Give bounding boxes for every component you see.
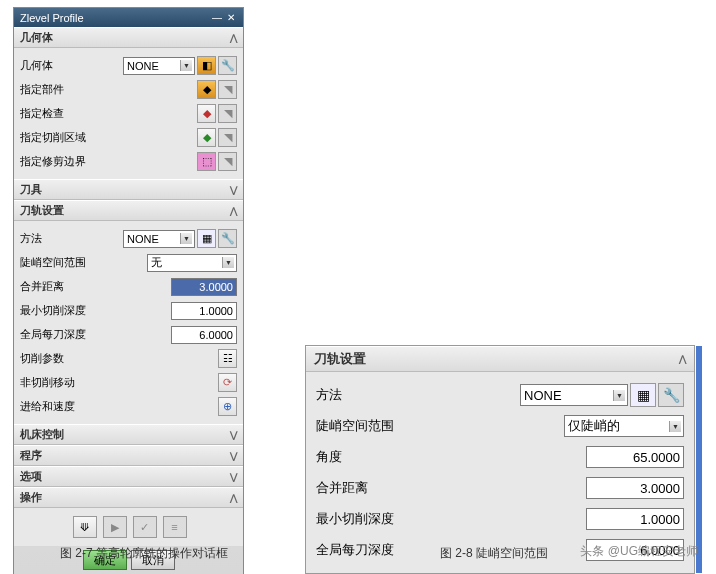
chevron-down-icon: ⋁	[230, 451, 237, 461]
trim-boundary-icon[interactable]: ⬚	[197, 152, 216, 171]
feed-row: 进给和速度 ⊕	[20, 396, 237, 417]
steep-row: 陡峭空间范围 仅陡峭的	[316, 412, 684, 440]
angle-field[interactable]: 65.0000	[586, 446, 684, 468]
cutparam-row: 切削参数 ☷	[20, 348, 237, 369]
method-edit-icon[interactable]: ▦	[197, 229, 216, 248]
feed-speed-icon[interactable]: ⊕	[218, 397, 237, 416]
section-option-header[interactable]: 选项 ⋁	[14, 466, 243, 487]
dialog-titlebar[interactable]: Zlevel Profile — ✕	[14, 8, 243, 27]
chevron-up-icon: ⋀	[230, 206, 237, 216]
steep-dropdown[interactable]: 无	[147, 254, 237, 272]
section-label: 刀轨设置	[20, 203, 64, 218]
replay-icon[interactable]: ▶	[103, 516, 127, 538]
section-label: 刀轨设置	[314, 350, 366, 368]
row-label: 陡峭空间范围	[20, 255, 147, 270]
row-label: 指定修剪边界	[20, 154, 195, 169]
panel2-header[interactable]: 刀轨设置 ⋀	[306, 346, 694, 372]
display-icon[interactable]: ◥	[218, 104, 237, 123]
row-label: 最小切削深度	[20, 303, 171, 318]
row-label: 进给和速度	[20, 399, 216, 414]
dialog-title: Zlevel Profile	[20, 12, 84, 24]
watermark-text: 头条 @UG编程安老师	[580, 543, 698, 560]
mindepth-row: 最小切削深度 1.0000	[20, 300, 237, 321]
generate-icon[interactable]: ⟱	[73, 516, 97, 538]
row-label: 指定部件	[20, 82, 195, 97]
caption-left: 图 2-7 等高轮廓铣的操作对话框	[60, 545, 228, 562]
caption-right: 图 2-8 陡峭空间范围	[440, 545, 548, 562]
cut-params-icon[interactable]: ☷	[218, 349, 237, 368]
chevron-up-icon: ⋀	[679, 354, 686, 364]
cutarea-row: 指定切削区域 ◆ ◥	[20, 127, 237, 148]
verify-icon[interactable]: ✓	[133, 516, 157, 538]
merge-row: 合并距离 3.0000	[316, 474, 684, 502]
mindepth-row: 最小切削深度 1.0000	[316, 505, 684, 533]
chevron-up-icon: ⋀	[230, 493, 237, 503]
row-label: 合并距离	[20, 279, 171, 294]
section-label: 操作	[20, 490, 42, 505]
list-icon[interactable]: ≡	[163, 516, 187, 538]
wrench-icon[interactable]: 🔧	[218, 229, 237, 248]
wrench-icon[interactable]: 🔧	[218, 56, 237, 75]
section-op-header[interactable]: 操作 ⋀	[14, 487, 243, 508]
section-label: 几何体	[20, 30, 53, 45]
window-controls: — ✕	[211, 12, 237, 24]
section-label: 刀具	[20, 182, 42, 197]
row-label: 指定检查	[20, 106, 195, 121]
global-row: 全局每刀深度 6.0000	[20, 324, 237, 345]
chevron-up-icon: ⋀	[230, 33, 237, 43]
row-label: 方法	[316, 386, 520, 404]
part-icon[interactable]: ◆	[197, 80, 216, 99]
steep-dropdown[interactable]: 仅陡峭的	[564, 415, 684, 437]
section-geometry-body: 几何体 NONE ◧ 🔧 指定部件 ◆ ◥ 指定检查 ◆ ◥ 指定切削区域 ◆ …	[14, 48, 243, 179]
wrench-icon[interactable]: 🔧	[658, 383, 684, 407]
method-edit-icon[interactable]: ▦	[630, 383, 656, 407]
row-label: 角度	[316, 448, 586, 466]
display-icon[interactable]: ◥	[218, 152, 237, 171]
chevron-down-icon: ⋁	[230, 185, 237, 195]
geometry-dropdown[interactable]: NONE	[123, 57, 195, 75]
section-geometry-header[interactable]: 几何体 ⋀	[14, 27, 243, 48]
display-icon[interactable]: ◥	[218, 80, 237, 99]
method-dropdown[interactable]: NONE	[123, 230, 195, 248]
row-label: 全局每刀深度	[20, 327, 171, 342]
section-program-header[interactable]: 程序 ⋁	[14, 445, 243, 466]
chevron-down-icon: ⋁	[230, 472, 237, 482]
merge-distance-field[interactable]: 3.0000	[171, 278, 237, 296]
check-icon[interactable]: ◆	[197, 104, 216, 123]
section-op-body: ⟱ ▶ ✓ ≡	[14, 508, 243, 546]
row-label: 切削参数	[20, 351, 216, 366]
section-label: 程序	[20, 448, 42, 463]
display-icon[interactable]: ◥	[218, 128, 237, 147]
select-geometry-icon[interactable]: ◧	[197, 56, 216, 75]
scrollbar-indicator[interactable]	[696, 346, 702, 573]
section-machine-header[interactable]: 机床控制 ⋁	[14, 424, 243, 445]
method-row: 方法 NONE ▦ 🔧	[316, 381, 684, 409]
min-cut-depth-field[interactable]: 1.0000	[586, 508, 684, 530]
merge-distance-field[interactable]: 3.0000	[586, 477, 684, 499]
row-label: 陡峭空间范围	[316, 417, 564, 435]
cut-area-icon[interactable]: ◆	[197, 128, 216, 147]
global-depth-field[interactable]: 6.0000	[171, 326, 237, 344]
check-row: 指定检查 ◆ ◥	[20, 103, 237, 124]
row-label: 合并距离	[316, 479, 586, 497]
section-path-header[interactable]: 刀轨设置 ⋀	[14, 200, 243, 221]
minimize-icon[interactable]: —	[211, 12, 223, 24]
section-path-body: 方法 NONE ▦ 🔧 陡峭空间范围 无 合并距离 3.0000 最小切削深度 …	[14, 221, 243, 424]
method-dropdown[interactable]: NONE	[520, 384, 628, 406]
steep-row: 陡峭空间范围 无	[20, 252, 237, 273]
chevron-down-icon: ⋁	[230, 430, 237, 440]
min-cut-depth-field[interactable]: 1.0000	[171, 302, 237, 320]
section-label: 选项	[20, 469, 42, 484]
row-label: 几何体	[20, 58, 123, 73]
section-tool-header[interactable]: 刀具 ⋁	[14, 179, 243, 200]
close-icon[interactable]: ✕	[225, 12, 237, 24]
noncut-moves-icon[interactable]: ⟳	[218, 373, 237, 392]
row-label: 指定切削区域	[20, 130, 195, 145]
noncut-row: 非切削移动 ⟳	[20, 372, 237, 393]
trim-row: 指定修剪边界 ⬚ ◥	[20, 151, 237, 172]
part-row: 指定部件 ◆ ◥	[20, 79, 237, 100]
angle-row: 角度 65.0000	[316, 443, 684, 471]
zlevel-profile-dialog: Zlevel Profile — ✕ 几何体 ⋀ 几何体 NONE ◧ 🔧 指定…	[13, 7, 244, 574]
geometry-row: 几何体 NONE ◧ 🔧	[20, 55, 237, 76]
merge-row: 合并距离 3.0000	[20, 276, 237, 297]
